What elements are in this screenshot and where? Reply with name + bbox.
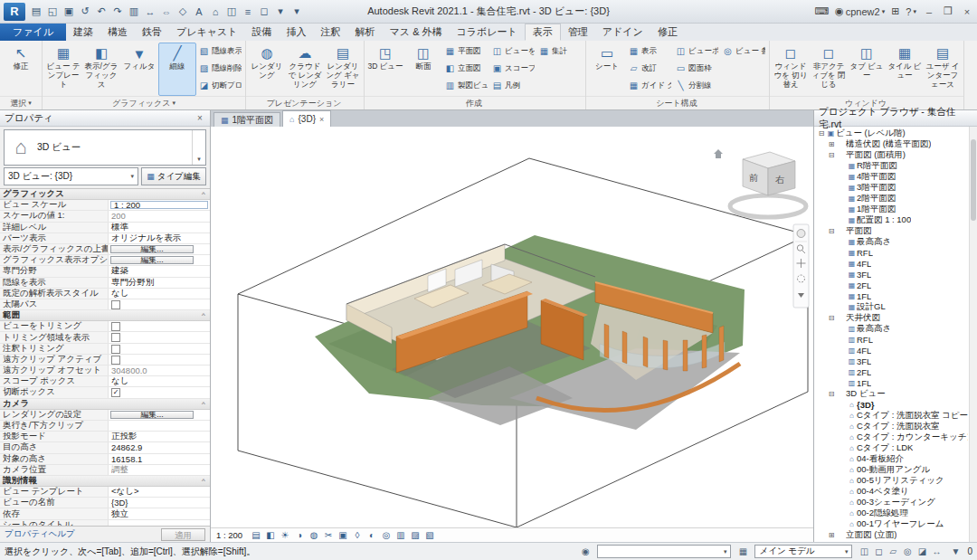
crop-view-icon[interactable]: ✂ — [321, 529, 336, 542]
property-row[interactable]: パーツ表示 オリジナルを表示 — [0, 233, 210, 244]
browser-tree-item[interactable]: ▦ 配置図 1 : 100 — [815, 214, 968, 225]
ribbon-group-label[interactable]: グラフィックス▾ — [43, 96, 245, 109]
browser-tree-item[interactable]: ▦ 設計GL — [815, 301, 968, 312]
property-row[interactable]: 遠方クリップ オフセット 304800.0 — [0, 365, 210, 376]
visibility-graphics-button[interactable]: ◧表示/グラフィックス — [82, 43, 120, 96]
render-in-cloud-button[interactable]: ☁クラウドで レンダリング — [286, 43, 324, 96]
view-reference-button[interactable]: ◎ビュー 参照 — [720, 43, 767, 60]
tab-annotate[interactable]: 注釈 — [314, 24, 348, 41]
browser-tree-item[interactable]: ⊟ 平面図 (面積用) — [815, 149, 968, 160]
close-button[interactable]: × — [961, 6, 973, 17]
browser-tree-item[interactable]: ▦ 1FL — [815, 290, 968, 301]
browser-tree-item[interactable]: ▥ 1FL — [815, 377, 968, 388]
property-value[interactable]: オリジナルを表示 — [109, 233, 210, 243]
property-row[interactable]: スコープ ボックス なし — [0, 376, 210, 387]
view-button[interactable]: ▦表示 — [626, 43, 673, 60]
browser-tree-item[interactable]: ▥ 最高高さ — [815, 323, 968, 334]
browser-tree-item[interactable]: ▦ RFL — [815, 247, 968, 258]
temporary-hide-isolate-icon[interactable]: ◐ — [365, 529, 379, 542]
browser-tree-item[interactable]: ▦ 4階平面図 — [815, 171, 968, 182]
property-value[interactable]: 標準 — [109, 223, 210, 233]
sync-with-central-icon[interactable]: ↺ — [77, 4, 93, 20]
modify-button[interactable]: ↖修正 — [2, 43, 40, 96]
render-gallery-button[interactable]: ▤レンダリング ギャラリー — [324, 43, 362, 96]
keyboard-icon[interactable]: ⌨ — [814, 5, 829, 17]
property-row[interactable]: 隠線を表示 専門分野別 — [0, 278, 210, 289]
navigation-bar[interactable] — [793, 224, 809, 308]
property-row[interactable]: ビューの名前 {3D} — [0, 498, 210, 508]
property-value[interactable] — [109, 421, 210, 431]
workset-selector[interactable]: ▾ — [597, 545, 731, 558]
browser-tree-item[interactable]: ▦ 2階平面図 — [815, 193, 968, 204]
viewcube[interactable]: 前 右 — [714, 149, 806, 217]
tree-expander-icon[interactable]: ⊟ — [827, 151, 836, 159]
browser-tree-item[interactable]: ▦ 1階平面図 — [815, 204, 968, 214]
tree-expander-icon[interactable]: ⊟ — [827, 390, 836, 398]
app-store-icon[interactable]: ⊞ — [891, 5, 899, 17]
property-value[interactable]: なし — [109, 289, 210, 299]
tab-systems[interactable]: 設備 — [245, 24, 280, 41]
property-value[interactable]: 1 : 200 — [110, 201, 208, 209]
property-value[interactable]: {3D} — [109, 498, 210, 508]
undo-icon[interactable]: ↶ — [93, 4, 109, 20]
steering-wheel-icon[interactable] — [797, 230, 805, 238]
property-value[interactable]: 24862.9 — [109, 442, 210, 452]
select-underlay-icon[interactable]: ▱ — [886, 545, 900, 558]
revit-logo[interactable]: R — [4, 3, 25, 21]
scale-button[interactable]: 1 : 200 — [214, 530, 248, 540]
property-value[interactable]: 200 — [109, 211, 210, 221]
viewports-button[interactable]: ◫ビューポート — [673, 43, 720, 60]
tree-expander-icon[interactable]: ⊞ — [827, 531, 836, 539]
filter-button[interactable]: ▼フィルタ — [120, 43, 158, 96]
save-icon[interactable]: ▣ — [61, 4, 77, 20]
browser-tree-item[interactable]: ⊟ 平面図 — [815, 225, 968, 236]
measure-icon[interactable]: ↔ — [142, 4, 158, 20]
property-value[interactable] — [111, 300, 120, 309]
property-value[interactable]: 304800.0 — [109, 365, 210, 375]
property-row[interactable]: 範囲 ^ — [0, 310, 210, 321]
property-row[interactable]: ビュー スケール 1 : 200 — [0, 200, 210, 211]
tree-expander-icon[interactable]: ⊟ — [817, 129, 826, 138]
property-value[interactable]: ^ — [197, 189, 210, 199]
ribbon-group-label[interactable]: シート構成 — [586, 96, 769, 109]
chevron-down-icon[interactable]: ▾ — [192, 130, 205, 165]
view-tab-3d[interactable]: ⌂ {3D} × — [282, 110, 331, 127]
plan-views-button[interactable]: ▦平面図 — [442, 43, 489, 60]
open-icon[interactable]: ◱ — [44, 4, 61, 20]
browser-tree-item[interactable]: ⌂ 04-看板紹介 — [815, 453, 968, 464]
tag-by-category-icon[interactable]: ◇ — [175, 4, 191, 20]
visual-style-icon[interactable]: ◧ — [263, 529, 278, 542]
tab-precast[interactable]: プレキャスト — [169, 24, 245, 41]
type-selector[interactable]: ⌂ 3D ビュー ▾ — [4, 129, 206, 166]
browser-scrollbar[interactable] — [969, 127, 977, 542]
filter-icon[interactable]: ▼ — [948, 545, 963, 558]
select-by-face-icon[interactable]: ◪ — [915, 545, 929, 558]
edit-type-button[interactable]: ▦ タイプ編集 — [141, 167, 206, 185]
lock-3d-view-icon[interactable]: ◊ — [350, 529, 365, 542]
property-row[interactable]: 表示/グラフィックスの上書き 編集... — [0, 244, 210, 255]
browser-tree-item[interactable]: ⊟ 3D ビュー — [815, 388, 968, 399]
shadows-icon[interactable]: ◑ — [292, 529, 307, 542]
property-row[interactable]: スケールの値 1: 200 — [0, 211, 210, 222]
property-row[interactable]: 注釈トリミング — [0, 344, 210, 355]
property-row[interactable]: カメラ ^ — [0, 399, 210, 410]
thin-lines-button[interactable]: ╱細線 — [158, 43, 196, 96]
browser-tree-item[interactable]: ▦ 最高高さ — [815, 236, 968, 247]
drag-on-selection-icon[interactable]: ↔ — [929, 545, 944, 558]
maximize-button[interactable]: ❒ — [942, 5, 954, 17]
browser-tree-item[interactable]: ⌂ 00-2隠線処理 — [815, 508, 968, 518]
browser-tree-item[interactable]: ▥ 4FL — [815, 345, 968, 356]
remove-hidden-lines-button[interactable]: ▨隠線削除 — [196, 60, 243, 77]
guide-grid-button[interactable]: ▦ガイド グリッド — [626, 77, 673, 94]
tab-architecture[interactable]: 建築 — [66, 24, 100, 41]
browser-tree-item[interactable]: ⊟ ▣ ビュー (レベル階) — [815, 128, 968, 138]
browser-tree-item[interactable]: ▦ 2FL — [815, 280, 968, 290]
tile-views-button[interactable]: ▦タイル ビュー — [886, 43, 924, 96]
minimize-button[interactable]: – — [923, 6, 935, 17]
property-value[interactable] — [111, 322, 120, 331]
property-value[interactable]: ^ — [197, 399, 210, 409]
detail-level-icon[interactable]: ▤ — [249, 529, 263, 542]
browser-tree-item[interactable]: ⊞ 構造伏図 (構造平面図) — [815, 138, 968, 149]
property-row[interactable]: レンダリングの設定 編集... — [0, 410, 210, 421]
3d-model-viewport[interactable]: 前 右 — [211, 127, 813, 527]
